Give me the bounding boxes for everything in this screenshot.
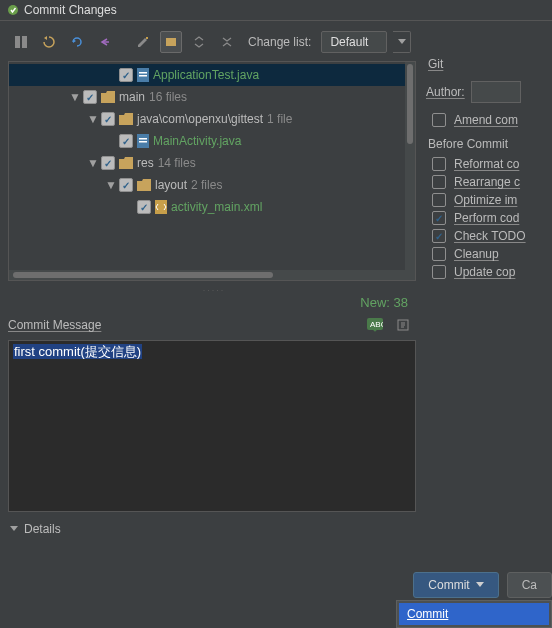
option-checkbox[interactable]: ✓ bbox=[432, 229, 446, 243]
window-title: Commit Changes bbox=[24, 3, 117, 17]
folder-icon bbox=[119, 113, 133, 125]
tree-row[interactable]: ▼✓res 14 files bbox=[9, 152, 415, 174]
commit-button[interactable]: Commit bbox=[413, 572, 498, 598]
commit-dropdown-menu: Commit bbox=[396, 600, 552, 628]
before-commit-option: Optimize im bbox=[432, 193, 552, 207]
file-name: main bbox=[119, 90, 145, 104]
file-name: activity_main.xml bbox=[171, 200, 262, 214]
option-label: Perform cod bbox=[454, 211, 519, 225]
tree-row[interactable]: ✓ApplicationTest.java bbox=[9, 64, 415, 86]
file-count: 16 files bbox=[149, 90, 187, 104]
change-list-caret[interactable] bbox=[393, 31, 411, 53]
file-count: 1 file bbox=[267, 112, 292, 126]
java-file-icon bbox=[137, 134, 149, 148]
commit-dropdown-item-label: Commit bbox=[407, 607, 448, 621]
file-count: 14 files bbox=[158, 156, 196, 170]
app-icon bbox=[6, 3, 20, 17]
commit-button-label: Commit bbox=[428, 578, 469, 592]
file-checkbox[interactable]: ✓ bbox=[119, 178, 133, 192]
svg-rect-1 bbox=[15, 36, 20, 48]
details-toggle[interactable]: Details bbox=[8, 512, 420, 536]
tree-row[interactable]: ▼✓java\com\openxu\gittest 1 file bbox=[9, 108, 415, 130]
commit-message-input[interactable]: first commit(提交信息) bbox=[8, 340, 416, 512]
edit-icon[interactable] bbox=[132, 31, 154, 53]
new-count-label: New: 38 bbox=[8, 295, 420, 310]
commit-dropdown-item[interactable]: Commit bbox=[399, 603, 549, 625]
svg-rect-3 bbox=[146, 37, 148, 39]
undo-icon[interactable] bbox=[94, 31, 116, 53]
chevron-down-icon bbox=[476, 582, 484, 588]
tree-row[interactable]: ✓activity_main.xml bbox=[9, 196, 415, 218]
file-checkbox[interactable]: ✓ bbox=[137, 200, 151, 214]
vcs-label: Git bbox=[428, 57, 552, 71]
amend-label: Amend com bbox=[454, 113, 518, 127]
file-name: ApplicationTest.java bbox=[153, 68, 259, 82]
option-label: Optimize im bbox=[454, 193, 517, 207]
svg-rect-4 bbox=[166, 38, 176, 46]
option-checkbox[interactable] bbox=[432, 175, 446, 189]
tree-row[interactable]: ✓MainActivity.java bbox=[9, 130, 415, 152]
folder-icon bbox=[137, 179, 151, 191]
author-input[interactable] bbox=[471, 81, 521, 103]
svg-point-0 bbox=[8, 5, 18, 15]
before-commit-option: Cleanup bbox=[432, 247, 552, 261]
svg-rect-9 bbox=[139, 138, 147, 140]
file-name: res bbox=[137, 156, 154, 170]
amend-checkbox[interactable] bbox=[432, 113, 446, 127]
xml-file-icon bbox=[155, 200, 167, 214]
file-checkbox[interactable]: ✓ bbox=[101, 112, 115, 126]
commit-message-text: first commit(提交信息) bbox=[13, 344, 142, 359]
option-checkbox[interactable] bbox=[432, 265, 446, 279]
option-checkbox[interactable]: ✓ bbox=[432, 211, 446, 225]
tree-row[interactable]: ▼✓layout 2 files bbox=[9, 174, 415, 196]
svg-rect-11 bbox=[155, 200, 167, 214]
file-name: java\com\openxu\gittest bbox=[137, 112, 263, 126]
file-name: layout bbox=[155, 178, 187, 192]
chevron-down-icon bbox=[10, 526, 18, 532]
option-checkbox[interactable] bbox=[432, 193, 446, 207]
before-commit-option: ✓Check TODO bbox=[432, 229, 552, 243]
collapse-all-icon[interactable] bbox=[216, 31, 238, 53]
folder-icon bbox=[119, 157, 133, 169]
before-commit-option: Reformat co bbox=[432, 157, 552, 171]
file-checkbox[interactable]: ✓ bbox=[119, 68, 133, 82]
option-label: Rearrange c bbox=[454, 175, 520, 189]
revert-icon[interactable] bbox=[38, 31, 60, 53]
history-icon[interactable] bbox=[392, 314, 414, 336]
file-checkbox[interactable]: ✓ bbox=[101, 156, 115, 170]
change-list-select[interactable]: Default bbox=[321, 31, 387, 53]
splitter-grip[interactable]: ..... bbox=[8, 281, 420, 295]
file-checkbox[interactable]: ✓ bbox=[83, 90, 97, 104]
group-by-dir-icon[interactable] bbox=[160, 31, 182, 53]
java-file-icon bbox=[137, 68, 149, 82]
folder-icon bbox=[101, 91, 115, 103]
spellcheck-icon[interactable]: ABC bbox=[364, 314, 386, 336]
change-list-label: Change list: bbox=[248, 35, 311, 49]
refresh-icon[interactable] bbox=[66, 31, 88, 53]
tree-row[interactable]: ▼✓main 16 files bbox=[9, 86, 415, 108]
cancel-button[interactable]: Ca bbox=[507, 572, 552, 598]
option-label: Update cop bbox=[454, 265, 515, 279]
chevron-down-icon[interactable]: ▼ bbox=[69, 90, 79, 104]
option-label: Cleanup bbox=[454, 247, 499, 261]
before-commit-title: Before Commit bbox=[428, 137, 552, 151]
show-diff-icon[interactable] bbox=[10, 31, 32, 53]
svg-rect-7 bbox=[139, 75, 147, 77]
file-checkbox[interactable]: ✓ bbox=[119, 134, 133, 148]
chevron-down-icon[interactable]: ▼ bbox=[87, 112, 97, 126]
option-checkbox[interactable] bbox=[432, 247, 446, 261]
tree-scrollbar-horizontal[interactable] bbox=[9, 270, 415, 280]
chevron-down-icon[interactable]: ▼ bbox=[87, 156, 97, 170]
commit-message-label: Commit Message bbox=[8, 318, 101, 332]
option-label: Check TODO bbox=[454, 229, 526, 243]
expand-all-icon[interactable] bbox=[188, 31, 210, 53]
option-checkbox[interactable] bbox=[432, 157, 446, 171]
chevron-down-icon[interactable]: ▼ bbox=[105, 178, 115, 192]
svg-rect-2 bbox=[22, 36, 27, 48]
option-label: Reformat co bbox=[454, 157, 519, 171]
tree-scrollbar-vertical[interactable] bbox=[405, 62, 415, 270]
author-label: Author: bbox=[426, 85, 465, 99]
file-tree: ✓ApplicationTest.java▼✓main 16 files▼✓ja… bbox=[8, 61, 416, 281]
bottom-button-bar: Commit Ca bbox=[0, 572, 552, 598]
file-count: 2 files bbox=[191, 178, 222, 192]
